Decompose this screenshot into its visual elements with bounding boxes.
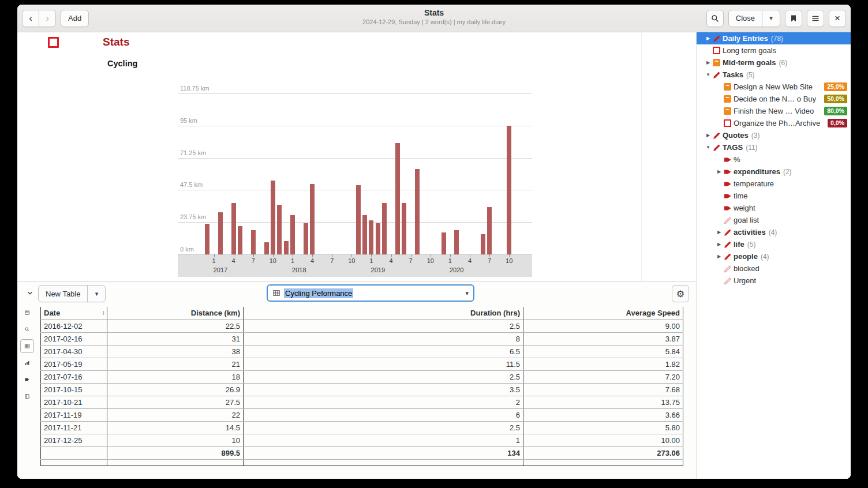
- forward-button[interactable]: ›: [39, 10, 56, 27]
- sidebar-item-weight[interactable]: weight: [697, 202, 851, 214]
- table-cell[interactable]: 6.5: [244, 345, 523, 358]
- book-icon: [24, 392, 30, 401]
- calendar-tool-button[interactable]: [20, 306, 34, 320]
- close-menu-arrow-button[interactable]: ▾: [762, 10, 780, 27]
- search-button[interactable]: [706, 10, 724, 27]
- main-menu-button[interactable]: [807, 10, 824, 27]
- table-cell[interactable]: 2.5: [244, 370, 523, 383]
- expander-arrow[interactable]: ▶: [714, 242, 724, 247]
- table-cell[interactable]: 5.84: [523, 345, 683, 358]
- table-cell[interactable]: 3.5: [244, 383, 523, 396]
- new-table-arrow-button[interactable]: ▾: [87, 285, 106, 302]
- table-cell[interactable]: 3.66: [523, 408, 683, 421]
- table-cell[interactable]: 31: [107, 332, 244, 345]
- table-cell[interactable]: 18: [107, 370, 244, 383]
- table-cell[interactable]: 2017-10-21: [41, 396, 107, 408]
- search-tool-button[interactable]: [20, 322, 34, 336]
- table-cell[interactable]: 2.5: [244, 320, 523, 332]
- table-cell[interactable]: 2.5: [244, 421, 523, 434]
- table-cell[interactable]: 13.75: [523, 396, 683, 408]
- window-close-button[interactable]: ×: [829, 10, 846, 27]
- column-header-distance-km[interactable]: Distance (km): [107, 307, 244, 320]
- progress-badge: 80,0%: [824, 107, 847, 115]
- diary-tool-button[interactable]: [20, 389, 34, 403]
- sidebar-item-item[interactable]: %: [697, 153, 851, 166]
- table-cell[interactable]: 38: [107, 345, 244, 358]
- new-table-button[interactable]: New Table: [38, 285, 88, 302]
- sidebar-item-decide-on-the-n-o-buy[interactable]: ~Decide on the N… o Buy50,0%: [697, 93, 851, 105]
- table-cell[interactable]: 9.00: [523, 320, 683, 332]
- expander-arrow[interactable]: ▶: [714, 230, 724, 235]
- table-cell[interactable]: 10: [107, 434, 244, 446]
- sidebar-item-activities[interactable]: ▶activities(4): [697, 226, 851, 238]
- chart-tool-button[interactable]: [20, 356, 34, 370]
- sidebar-item-organize-the-ph-archive[interactable]: Organize the Ph…Archive0,0%: [697, 117, 851, 129]
- table-cell[interactable]: 27.5: [107, 396, 244, 408]
- table-selector-combo[interactable]: Cycling Peformance ▾: [267, 284, 474, 302]
- table-cell[interactable]: 8: [244, 332, 523, 345]
- table-row: 2016-12-0222.52.59.00: [41, 320, 683, 332]
- sidebar-item-tasks[interactable]: ▼Tasks(5): [697, 69, 851, 81]
- sidebar-item-daily-entries[interactable]: ▶Daily Entries(78): [697, 32, 851, 44]
- table-cell[interactable]: 2017-11-19: [41, 408, 107, 421]
- table-cell[interactable]: 2017-05-19: [41, 358, 107, 370]
- table-cell[interactable]: 26.9: [107, 383, 244, 396]
- table-cell[interactable]: 6: [244, 408, 523, 421]
- table-cell[interactable]: 5.80: [523, 421, 683, 434]
- sidebar-item-quotes[interactable]: ▶Quotes(3): [697, 129, 851, 141]
- column-header-average-speed[interactable]: Average Speed: [523, 307, 683, 320]
- close-diary-button[interactable]: Close: [728, 10, 762, 27]
- sidebar-item-design-a-new-web-site[interactable]: ~Design a New Web Site25,0%: [697, 81, 851, 93]
- expander-arrow[interactable]: ▶: [704, 60, 713, 65]
- table-cell[interactable]: 2017-02-16: [41, 332, 107, 345]
- collapse-panel-button[interactable]: [22, 286, 38, 300]
- sidebar-item-life[interactable]: ▶life(5): [697, 238, 851, 250]
- sidebar-item-people[interactable]: ▶people(4): [697, 250, 851, 262]
- table-cell[interactable]: 21: [107, 358, 244, 370]
- table-cell[interactable]: 7.68: [523, 383, 683, 396]
- table-settings-button[interactable]: ⚙: [672, 285, 689, 302]
- table-cell[interactable]: 2017-07-16: [41, 370, 107, 383]
- entry-view: Stats Cycling 0 km23.75 km47.5 km71.25 k…: [17, 32, 696, 281]
- table-cell[interactable]: 1.82: [523, 358, 683, 370]
- sidebar-item-time[interactable]: time: [697, 190, 851, 202]
- sidebar-item-expenditures[interactable]: ▶expenditures(2): [697, 166, 851, 178]
- table-cell[interactable]: 1: [244, 434, 523, 446]
- expander-arrow[interactable]: ▼: [704, 145, 713, 150]
- table-cell[interactable]: 11.5: [244, 358, 523, 370]
- table-cell[interactable]: 2017-12-25: [41, 434, 107, 446]
- table-cell[interactable]: 2017-10-15: [41, 383, 107, 396]
- table-name-value[interactable]: Cycling Peformance: [284, 288, 353, 298]
- table-cell[interactable]: 2: [244, 396, 523, 408]
- expander-arrow[interactable]: ▼: [704, 72, 713, 77]
- table-cell[interactable]: 14.5: [107, 421, 244, 434]
- table-cell[interactable]: 10.00: [523, 434, 683, 446]
- expander-arrow[interactable]: ▶: [714, 254, 724, 259]
- sidebar-item-urgent[interactable]: Urgent: [697, 275, 851, 287]
- table-cell[interactable]: 22: [107, 408, 244, 421]
- back-button[interactable]: ‹: [22, 10, 39, 27]
- expander-arrow[interactable]: ▶: [714, 169, 724, 174]
- sidebar-item-goal-list[interactable]: goal list: [697, 214, 851, 226]
- sidebar-item-temperature[interactable]: temperature: [697, 178, 851, 190]
- sidebar-item-long-term-goals[interactable]: Long term goals: [697, 44, 851, 57]
- table-cell[interactable]: 2017-11-21: [41, 421, 107, 434]
- table-cell[interactable]: 22.5: [107, 320, 244, 332]
- add-button[interactable]: Add: [61, 10, 89, 27]
- column-header-duration-hrs[interactable]: Duration (hrs): [244, 307, 523, 320]
- table-cell[interactable]: 2016-12-02: [41, 320, 107, 332]
- sidebar-item-tags[interactable]: ▼TAGS(11): [697, 141, 851, 153]
- sidebar-item-mid-term-goals[interactable]: ▶~Mid-term goals(6): [697, 57, 851, 69]
- totals-cell: 134: [244, 446, 523, 459]
- table-cell[interactable]: 3.87: [523, 332, 683, 345]
- column-header-date[interactable]: Date↓: [41, 307, 107, 320]
- sidebar-item-blocked[interactable]: blocked: [697, 262, 851, 275]
- bookmarks-button[interactable]: [785, 10, 802, 27]
- expander-arrow[interactable]: ▶: [704, 36, 713, 41]
- tags-tool-button[interactable]: [20, 373, 34, 386]
- table-tool-button[interactable]: [20, 339, 34, 353]
- expander-arrow[interactable]: ▶: [704, 133, 713, 138]
- table-cell[interactable]: 2017-04-30: [41, 345, 107, 358]
- sidebar-item-finish-the-new-video[interactable]: ~Finish the New … Video80,0%: [697, 105, 851, 117]
- table-cell[interactable]: 7.20: [523, 370, 683, 383]
